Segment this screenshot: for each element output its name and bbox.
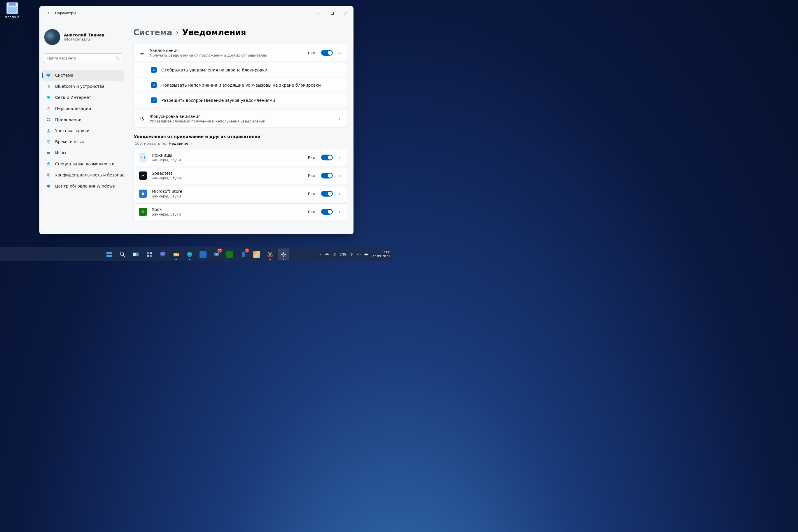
minimize-button[interactable]: [312, 8, 325, 18]
close-button[interactable]: [339, 8, 352, 18]
svg-rect-3: [48, 76, 49, 76]
language-indicator[interactable]: ENG: [340, 252, 346, 256]
sidebar-item-accessibility[interactable]: Специальные возможности: [42, 158, 124, 169]
checkbox-label: Разрешить воспроизведение звуков уведомл…: [161, 98, 275, 103]
app-toggle[interactable]: [321, 173, 333, 178]
taskbar-mail[interactable]: 10: [211, 248, 222, 260]
photos-icon: [253, 251, 260, 258]
wifi-tray-icon[interactable]: [349, 252, 354, 256]
accessibility-icon: [46, 161, 51, 167]
chevron-up-icon[interactable]: [318, 252, 322, 256]
battery-tray-icon[interactable]: [364, 252, 368, 256]
app-toggle[interactable]: [321, 191, 333, 196]
check-reminders-voip[interactable]: Показывать напоминания и входящие VoIP-в…: [133, 78, 347, 92]
chevron-up-icon[interactable]: [338, 51, 342, 55]
breadcrumb: Система › Уведомления: [133, 28, 347, 37]
sidebar-item-apps[interactable]: Приложения: [42, 114, 124, 125]
taskbar-xbox[interactable]: [224, 248, 236, 260]
svg-point-21: [120, 252, 124, 255]
taskbar-your-phone[interactable]: 2: [238, 248, 249, 260]
toggle-state: Вкл.: [308, 173, 317, 178]
app-toggle[interactable]: [321, 209, 333, 215]
wifi-icon: [46, 95, 51, 100]
sidebar-item-bluetooth[interactable]: Bluetooth и устройства: [42, 81, 124, 92]
nav-list: Система Bluetooth и устройства Сеть и Ин…: [42, 70, 124, 192]
notifications-master-row[interactable]: Уведомления Получать уведомления от прил…: [133, 44, 347, 62]
profile-block[interactable]: Анатолий Ткачев info@comss.ru: [42, 20, 124, 50]
taskbar-search[interactable]: [117, 248, 128, 260]
checkbox-icon: [151, 82, 157, 88]
svg-rect-17: [107, 252, 109, 254]
taskbar-store[interactable]: [197, 248, 209, 260]
chevron-right-icon: [338, 173, 342, 178]
app-toggle[interactable]: [321, 155, 333, 160]
taskbar-settings[interactable]: [278, 248, 289, 260]
app-icon: [139, 171, 147, 180]
update-icon: [46, 184, 51, 189]
taskbar-explorer[interactable]: [170, 248, 182, 260]
sort-label: Сортировать по:: [134, 141, 167, 146]
search-icon: [115, 56, 119, 60]
search-input[interactable]: [44, 53, 122, 63]
desktop-icon-recycle-bin[interactable]: Корзина: [3, 2, 21, 19]
taskbar-taskview[interactable]: [130, 248, 142, 260]
maximize-button[interactable]: [325, 8, 339, 18]
check-sounds[interactable]: Разрешить воспроизведение звуков уведомл…: [133, 93, 347, 107]
app-sub: Баннеры, Звуки: [152, 158, 303, 162]
svg-rect-27: [150, 254, 152, 257]
shield-icon: [46, 172, 51, 178]
taskbar-edge[interactable]: [184, 248, 195, 260]
taskbar-center: 10 2: [103, 248, 289, 260]
focus-assist-row[interactable]: Фокусировка внимания Управляйте случаями…: [133, 110, 347, 128]
taskbar-widgets[interactable]: [144, 248, 155, 260]
volume-tray-icon[interactable]: [357, 252, 361, 256]
checkbox-label: Показывать напоминания и входящие VoIP-в…: [161, 83, 321, 88]
sidebar-item-windows-update[interactable]: Центр обновления Windows: [42, 180, 124, 192]
notifications-group: Уведомления Получать уведомления от прил…: [133, 44, 347, 107]
sidebar-item-privacy[interactable]: Конфиденциальность и безопасность: [42, 169, 124, 180]
app-row-snipping-tool[interactable]: Ножницы Баннеры, Звуки Вкл.: [133, 149, 347, 166]
breadcrumb-parent[interactable]: Система: [133, 28, 172, 37]
clock-time: 17:08: [372, 250, 390, 254]
sidebar-item-system[interactable]: Система: [42, 70, 124, 81]
app-row-xbox[interactable]: Xbox Баннеры, Звуки Вкл.: [133, 203, 347, 220]
sidebar-item-accounts[interactable]: Учетные записи: [42, 125, 124, 136]
sidebar-item-personalization[interactable]: Персонализация: [42, 103, 124, 114]
sidebar-item-network[interactable]: Сеть и Интернет: [42, 92, 124, 103]
app-row-microsoft-store[interactable]: Microsoft Store Баннеры, Звуки Вкл.: [133, 185, 347, 202]
svg-rect-23: [136, 252, 138, 256]
back-button[interactable]: [43, 8, 54, 18]
card-title: Фокусировка внимания: [150, 114, 333, 119]
svg-rect-13: [141, 156, 145, 159]
profile-name: Анатолий Ткачев: [64, 33, 104, 37]
notifications-toggle[interactable]: [321, 50, 333, 56]
onedrive-icon[interactable]: [325, 252, 329, 256]
badge: 10: [217, 248, 222, 252]
card-subtitle: Получать уведомления от приложений и дру…: [150, 53, 303, 57]
svg-rect-24: [147, 252, 149, 254]
svg-rect-15: [142, 192, 144, 193]
svg-rect-0: [331, 12, 334, 15]
taskbar-clock[interactable]: 17:08 27.09.2021: [372, 250, 390, 259]
svg-rect-22: [133, 252, 136, 256]
taskbar-snipping-tool[interactable]: [264, 248, 276, 260]
app-icon: [139, 153, 147, 162]
page-title: Уведомления: [182, 28, 246, 37]
app-sub: Баннеры, Звуки: [152, 176, 303, 180]
sort-value: Недавние: [169, 141, 188, 146]
toggle-state: Вкл.: [308, 155, 317, 160]
app-name: Microsoft Store: [152, 189, 303, 194]
badge: 2: [245, 248, 249, 252]
sidebar-item-gaming[interactable]: Игры: [42, 147, 124, 158]
check-lockscreen-notifications[interactable]: Отображать уведомления на экране блокиро…: [133, 63, 347, 77]
start-button[interactable]: [103, 248, 115, 260]
location-tray-icon[interactable]: [332, 252, 337, 256]
chevron-right-icon: ›: [176, 28, 179, 37]
taskbar-chat[interactable]: [157, 248, 169, 260]
svg-rect-20: [109, 254, 112, 257]
toggle-state: Вкл.: [308, 210, 317, 214]
app-row-speedtest[interactable]: Speedtest Баннеры, Звуки Вкл.: [133, 167, 347, 184]
sort-dropdown[interactable]: Сортировать по: Недавние: [134, 141, 347, 146]
sidebar-item-time-language[interactable]: Время и язык: [42, 136, 124, 147]
taskbar-photos[interactable]: [251, 248, 263, 260]
